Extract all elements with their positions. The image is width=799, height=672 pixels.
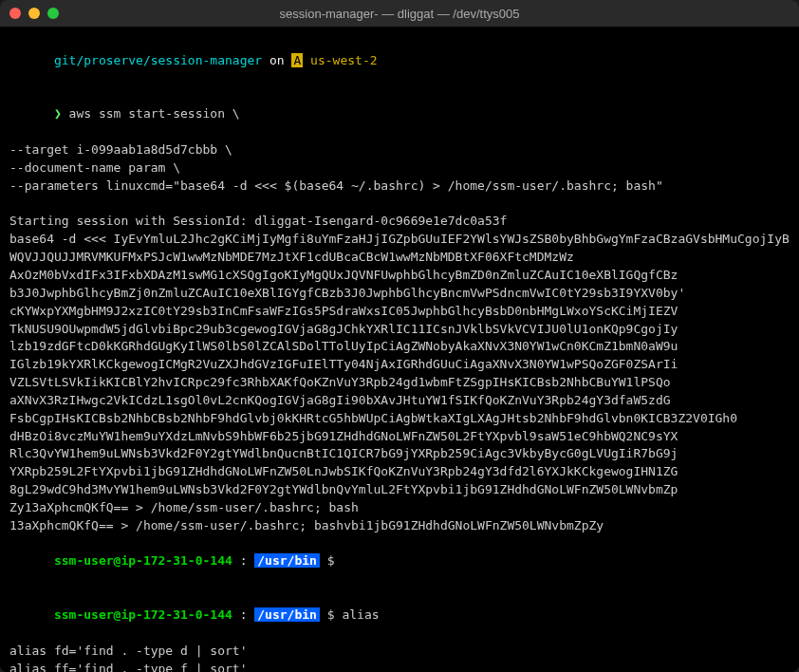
terminal-body[interactable]: git/proserve/session-manager on A us-wes… [0,27,799,672]
command-line-3: --document-name param \ [9,159,790,177]
prompt-on: on [262,53,291,67]
b64-6: lzb19zdGFtcD0kKGRhdGUgKyIlWS0lbS0lZCAlSD… [9,339,678,353]
close-button[interactable] [9,8,21,19]
ssm-prompt-2: ssm-user@ip-172-31-0-144 : /usr/bin $ al… [9,588,790,643]
b64-16: 13aXphcmQKfQ== > /home/ssm-user/.bashrc;… [9,518,604,532]
region-badge: A [291,53,303,67]
ssm-sep-2: : [232,607,254,622]
b64-9: aXNvX3RzIHwgc2VkICdzL1sgOl0vL2cnKQogIGVj… [9,393,671,407]
ssm-cwd-1: /usr/bin [254,553,320,568]
ssm-sep-1: : [232,553,254,568]
command-line-1: ❯ aws ssm start-session \ [9,88,790,142]
prompt-line: git/proserve/session-manager on A us-wes… [9,34,790,88]
ssm-prompt-1: ssm-user@ip-172-31-0-144 : /usr/bin $ [9,535,790,589]
traffic-lights [9,8,59,19]
b64-14: 8gL29wdC9hd3MvYW1hem9uLWNsb3Vkd2F0Y2gtYW… [9,482,678,496]
b64-10: FsbCgpIHsKICBsb2NhbCBsb2NhbF9hdGlvbj0kKH… [9,411,737,425]
titlebar: session-manager- — dliggat — /dev/ttys00… [0,0,799,27]
b64-13: YXRpb259L2FtYXpvbi1jbG91ZHdhdGNoLWFnZW50… [9,464,678,478]
b64-5: TkNUSU9OUwpmdW5jdGlvbiBpc29ub3cgewogIGVj… [9,322,678,336]
b64-15: Zy13aXphcmQKfQ== > /home/ssm-user/.bashr… [9,500,359,514]
prompt-path: git/proserve/session-manager [54,53,262,67]
cmd-text-1: aws ssm start-session \ [62,106,240,121]
ssm-cwd-2: /usr/bin [254,607,320,622]
ssm-user-host: ssm-user@ip-172-31-0-144 [54,553,232,568]
b64-3: b3J0JwphbGlhcyBmZj0nZmluZCAuIC10eXBlIGYg… [9,286,685,300]
session-start: Starting session with SessionId: dliggat… [9,213,790,231]
alias-command: alias [342,607,379,622]
blank-line [9,196,790,214]
b64-12: Rlc3QvYW1hem9uLWNsb3Vkd2F0Y2gtYWdlbnQucn… [9,446,678,460]
alias-output-1: alias fd='find . -type d | sort' [9,643,790,661]
terminal-window: session-manager- — dliggat — /dev/ttys00… [0,0,799,672]
ssm-dollar-1: $ [320,553,342,568]
b64-1: base64 -d <<< IyEvYmluL2Jhc2gKCiMjIyMgfi… [9,232,790,264]
b64-7: IGlzb19kYXRlKCkgewogICMgR2VuZXJhdGVzIGFu… [9,357,678,371]
b64-2: AxOzM0bVxdIFx3IFxbXDAzM1swMG1cXSQgIgoKIy… [9,268,678,282]
prompt-arrow-icon: ❯ [54,106,62,121]
b64-4: cKYWxpYXMgbHM9J2xzIC0tY29sb3InCmFsaWFzIG… [9,304,678,318]
alias-output-2: alias ff='find . -type f | sort' [9,661,790,672]
b64-11: dHBzOi8vczMuYW1hem9uYXdzLmNvbS9hbWF6b25j… [9,429,678,443]
window-title: session-manager- — dliggat — /dev/ttys00… [280,7,520,21]
maximize-button[interactable] [47,8,59,19]
command-line-2: --target i-099aab1a8d5d7cbbb \ [9,141,790,159]
region-name: us-west-2 [303,53,377,67]
b64-8: VZLSVtLSVkIikKICBlY2hvICRpc29fc3RhbXAKfQ… [9,375,671,389]
ssm-user-host-2: ssm-user@ip-172-31-0-144 [54,607,232,622]
ssm-dollar-2: $ [320,607,342,622]
command-line-4: --parameters linuxcmd="base64 -d <<< $(b… [9,177,790,196]
base64-output: base64 -d <<< IyEvYmluL2Jhc2gKCiMjIyMgfi… [9,231,790,534]
minimize-button[interactable] [28,8,40,19]
